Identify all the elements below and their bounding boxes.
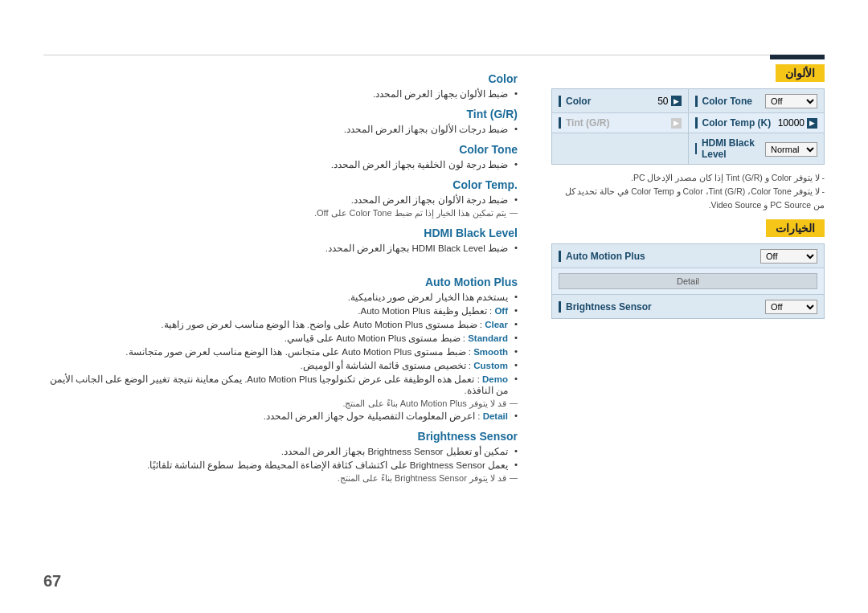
brightness-note-1: قد لا يتوفر Brightness Sensor بناءً على … [43, 473, 518, 484]
colors-note-2: - لا يتوفر Color ،Tint (G/R) ،Color Tone… [551, 185, 825, 212]
automotion-standard: Standard : ضبط مستوى Auto Motion Plus عل… [43, 333, 518, 344]
brightness-bar [559, 301, 561, 313]
hdmi-bar [695, 143, 697, 154]
color-label: Color [566, 96, 591, 107]
colors-header-row: الألوان [551, 64, 825, 82]
colortemp-section-title: .Color Temp [43, 178, 518, 191]
page-container: 67 Color ضبط الألوان بجهاز العرض المحدد.… [0, 0, 868, 613]
options-header-row: الخيارات [551, 219, 825, 237]
page-number: 67 [43, 572, 61, 591]
tint-bullet-1: ضبط درجات الألوان بجهاز العرض المحدد. [43, 124, 518, 135]
automotion-custom: Custom : تخصيص مستوى قائمة الشاشة أو الو… [43, 360, 518, 371]
brightness-select[interactable]: Off On [765, 300, 817, 314]
options-badge: الخيارات [766, 219, 825, 237]
automotion-select-wrap[interactable]: Off Clear Standard Smooth Custom Demo [760, 248, 817, 264]
automotion-label: Auto Motion Plus [566, 251, 645, 262]
hdmi-select-wrap[interactable]: Normal Low [765, 141, 817, 157]
colortemp-value-group: 10000 ▶ [778, 117, 817, 129]
color-section-title: Color [43, 72, 518, 85]
color-bullet-1: ضبط الألوان بجهاز العرض المحدد. [43, 88, 518, 100]
automotion-demo: Demo : تعمل هذه الوظيفة على عرض تكنولوجي… [43, 374, 518, 396]
automotion-clear: Clear : ضبط مستوى Auto Motion Plus على و… [43, 319, 518, 330]
hdmi-section-title: HDMI Black Level [43, 227, 518, 239]
colortone-select-wrap[interactable]: Off Cool Normal Warm1 Warm2 [765, 93, 817, 108]
automotion-row: Auto Motion Plus Off Clear Standard Smoo… [552, 244, 824, 268]
automotion-note-1: قد لا يتوفر Auto Motion Plus بناءً على ا… [43, 398, 518, 409]
colors-badge: الألوان [776, 64, 825, 82]
brightness-row: Brightness Sensor Off On [552, 295, 824, 318]
color-value: 50 [657, 96, 668, 107]
tint-bar [559, 117, 561, 129]
colors-settings-block: Color 50 ▶ Color Tone Off Cool Normal [551, 88, 825, 165]
options-settings-block: Auto Motion Plus Off Clear Standard Smoo… [551, 243, 825, 319]
colortemp-label: Color Temp (K) [702, 117, 772, 129]
tint-section-title: Tint (G/R) [43, 108, 518, 121]
automotion-smooth: Smooth : ضبط مستوى Auto Motion Plus على … [43, 346, 518, 358]
brightness-bullet-1: تمكين أو تعطيل Brightness Sensor بجهاز ا… [43, 446, 518, 457]
colortone-cell: Color Tone Off Cool Normal Warm1 Warm2 [689, 89, 825, 112]
automotion-off: Off : تعطيل وظيفة Auto Motion Plus. [43, 305, 518, 317]
right-panel: الألوان Color 50 ▶ Color Tone [551, 64, 825, 319]
tint-arrow-btn: ▶ [671, 118, 682, 129]
brightness-select-wrap[interactable]: Off On [765, 299, 817, 314]
color-value-group: 50 ▶ [657, 96, 681, 107]
tint-value-group: ▶ [671, 118, 682, 129]
colortemp-arrow-btn[interactable]: ▶ [807, 118, 817, 129]
colortemp-bullet-1: ضبط درجة الألوان بجهاز العرض المحدد. [43, 194, 518, 206]
top-right-bar [770, 55, 825, 59]
colortone-bar [695, 96, 698, 107]
left-content: Color ضبط الألوان بجهاز العرض المحدد. Ti… [43, 64, 518, 485]
colortone-section-title: Color Tone [43, 143, 518, 156]
colortemp-value: 10000 [778, 117, 805, 129]
detail-button[interactable]: Detail [559, 273, 817, 289]
colortone-select[interactable]: Off Cool Normal Warm1 Warm2 [765, 94, 817, 108]
hdmi-bullet-1: ضبط HDMI Black Level بجهاز العرض المحدد. [43, 243, 518, 254]
brightness-section-title: Brightness Sensor [43, 430, 518, 443]
automotion-section-title: Auto Motion Plus [43, 276, 518, 288]
color-bar [559, 96, 561, 107]
colortemp-cell: Color Temp (K) 10000 ▶ [689, 113, 825, 133]
tint-label: Tint (G/R) [566, 117, 609, 129]
colortone-bullet-1: ضبط درجة لون الخلفية بجهاز العرض المحدد. [43, 159, 518, 170]
hdmi-label: HDMI Black Level [702, 137, 765, 160]
colors-note-1: - لا يتوفر Color و Tint (G/R) إذا كان مص… [551, 171, 825, 185]
automotion-bullet-1: يستخدم هذا الخيار لعرض صور ديناميكية. [43, 292, 518, 303]
colortemp-bar [695, 117, 698, 129]
automotion-select[interactable]: Off Clear Standard Smooth Custom Demo [760, 249, 817, 264]
tint-colortemp-row: Tint (G/R) ▶ Color Temp (K) 10000 ▶ [552, 113, 824, 133]
hdmi-select[interactable]: Normal Low [765, 142, 817, 157]
brightness-label: Brightness Sensor [566, 301, 652, 313]
color-colortone-row: Color 50 ▶ Color Tone Off Cool Normal [552, 89, 824, 113]
colortemp-note-1: يتم تمكين هذا الخيار إذا تم ضبط Color To… [43, 208, 518, 219]
tint-cell: Tint (G/R) ▶ [552, 113, 689, 133]
hdmi-row: HDMI Black Level Normal Low [552, 133, 824, 164]
color-cell: Color 50 ▶ [552, 89, 689, 112]
automotion-detail: Detail : اعرض المعلومات التفصيلية حول جه… [43, 411, 518, 422]
colortone-label: Color Tone [702, 96, 752, 107]
detail-row: Detail [552, 268, 824, 295]
color-arrow-btn[interactable]: ▶ [671, 96, 682, 106]
brightness-bullet-2: يعمل Brightness Sensor على اكتشاف كثافة … [43, 460, 518, 471]
hdmi-cell-spacer [552, 133, 689, 164]
top-divider [43, 55, 825, 55]
automotion-bar [559, 251, 561, 262]
colors-notes: - لا يتوفر Color و Tint (G/R) إذا كان مص… [551, 171, 825, 211]
hdmi-cell: HDMI Black Level Normal Low [689, 133, 825, 164]
